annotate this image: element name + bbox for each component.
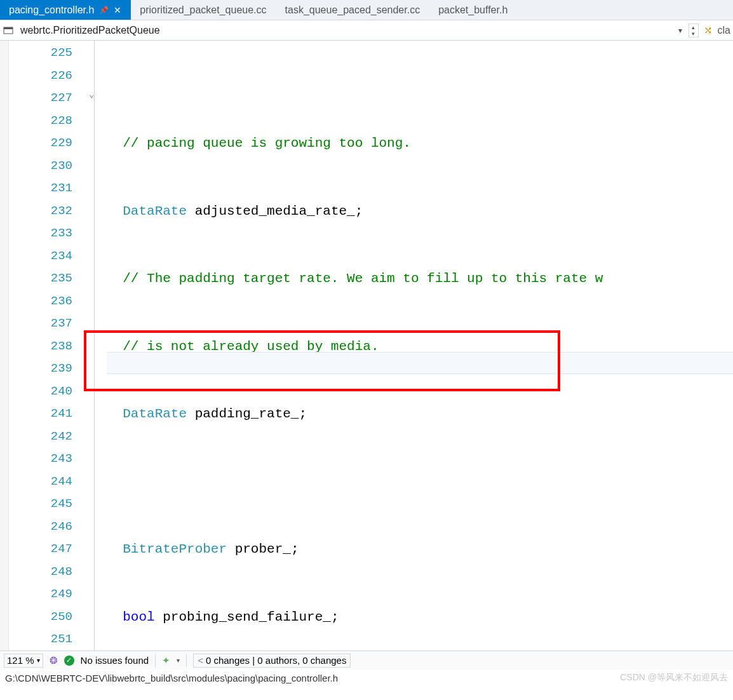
tab-label: task_queue_paced_sender.cc (285, 4, 420, 16)
zoom-value: 121 % (7, 655, 34, 666)
close-icon[interactable]: ✕ (114, 5, 121, 15)
line-number: 226 (9, 65, 72, 88)
code-line (107, 471, 733, 494)
line-number: 249 (9, 583, 72, 606)
line-number: 225 (9, 42, 72, 65)
zoom-dropdown[interactable]: 121 % ▾ (4, 654, 43, 668)
scope-text: webrtc.PrioritizedPacketQueue (20, 25, 160, 36)
scope-icon (3, 25, 14, 36)
line-number: 230 (9, 155, 72, 178)
nav-right-hint: cla (718, 25, 730, 36)
line-number: 250 (9, 606, 72, 629)
line-number: 251 (9, 628, 72, 651)
outline-margin (0, 41, 9, 650)
code-line: bool probing_send_failure_; (107, 606, 733, 629)
code-line: // The padding target rate. We aim to fi… (107, 267, 733, 290)
chevron-down-icon[interactable]: ▾ (37, 657, 40, 664)
tab-task-queue-paced-sender[interactable]: task_queue_paced_sender.cc (276, 0, 430, 20)
code-line: DataRate padding_rate_; (107, 403, 733, 426)
tab-label: prioritized_packet_queue.cc (140, 4, 266, 16)
health-icon[interactable]: ❂ (50, 655, 58, 666)
line-number: 241 (9, 403, 72, 426)
code-line: BitrateProber prober_; (107, 538, 733, 561)
fold-toggle-icon[interactable]: ⌄ (89, 89, 94, 100)
line-number: 235 (9, 267, 72, 290)
navigation-bar: webrtc.PrioritizedPacketQueue ▾ ▴ ▾ ⤭ cl… (0, 20, 733, 41)
line-number: 234 (9, 245, 72, 268)
line-number: 232 (9, 200, 72, 223)
line-number: 228 (9, 110, 72, 133)
line-number: 243 (9, 448, 72, 471)
line-number: 240 (9, 380, 72, 403)
line-number-gutter: 2252262272282292302312322332342352362372… (9, 41, 85, 650)
line-number: 229 (9, 132, 72, 155)
nav-stepper[interactable]: ▴ ▾ (689, 24, 699, 37)
chevron-down-icon[interactable]: ▾ (676, 26, 685, 35)
line-number: 246 (9, 516, 72, 539)
code-editor[interactable]: 2252262272282292302312322332342352362372… (0, 41, 733, 650)
tab-bar: pacing_controller.h 📌 ✕ prioritized_pack… (0, 0, 733, 20)
tab-prioritized-packet-queue[interactable]: prioritized_packet_queue.cc (131, 0, 276, 20)
line-number: 245 (9, 493, 72, 516)
line-number: 248 (9, 561, 72, 584)
step-down-icon[interactable]: ▾ (689, 30, 698, 37)
line-number: 237 (9, 313, 72, 335)
line-number: 242 (9, 426, 72, 448)
line-number: 231 (9, 177, 72, 200)
line-number: 236 (9, 290, 72, 313)
check-icon: ✓ (64, 656, 74, 666)
code-line: // pacing queue is growing too long. (107, 132, 733, 155)
tab-label: packet_buffer.h (438, 4, 508, 16)
fold-column: ⌄ (85, 41, 107, 650)
line-number: 233 (9, 222, 72, 245)
tab-pacing-controller[interactable]: pacing_controller.h 📌 ✕ (0, 0, 131, 20)
line-number: 244 (9, 471, 72, 494)
svg-rect-1 (4, 27, 13, 29)
pin-icon[interactable]: 📌 (99, 6, 109, 15)
line-number: 238 (9, 335, 72, 358)
scope-dropdown[interactable]: webrtc.PrioritizedPacketQueue (18, 25, 672, 36)
code-line (107, 673, 733, 696)
code-area[interactable]: // pacing queue is growing too long. Dat… (107, 41, 733, 650)
line-number: 227 (9, 87, 72, 110)
line-number: 239 (9, 358, 72, 380)
swap-icon[interactable]: ⤭ (703, 25, 714, 36)
step-up-icon[interactable]: ▴ (689, 24, 698, 30)
tab-packet-buffer[interactable]: packet_buffer.h (429, 0, 517, 20)
tab-label: pacing_controller.h (9, 4, 94, 16)
code-line: DataRate adjusted_media_rate_; (107, 200, 733, 223)
code-line: // is not already used by media. (107, 335, 733, 358)
line-number: 247 (9, 538, 72, 561)
